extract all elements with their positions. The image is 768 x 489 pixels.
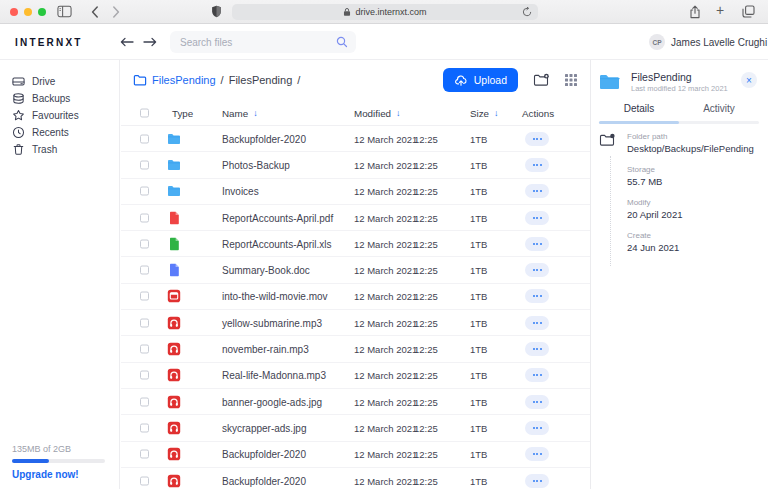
file-modified-date: 12 March 2021 (354, 370, 417, 381)
file-name[interactable]: Photos-Backup (222, 159, 290, 170)
browser-back-button[interactable] (91, 6, 99, 18)
upgrade-link[interactable]: Upgrade now! (12, 469, 105, 480)
table-row[interactable]: Backupfolder-2020 12 March 2021 12:25 1T… (121, 442, 590, 468)
row-checkbox[interactable] (140, 239, 149, 248)
column-type[interactable]: Type (172, 107, 193, 118)
browser-forward-button[interactable] (112, 6, 120, 18)
row-checkbox[interactable] (140, 345, 149, 354)
user-avatar[interactable]: CP (649, 34, 665, 50)
table-row[interactable]: Invoices 12 March 2021 12:25 1TB (121, 179, 590, 205)
folder-file-icon (167, 132, 181, 146)
file-name[interactable]: Invoices (222, 186, 259, 197)
file-modified-date: 12 March 2021 (354, 317, 417, 328)
new-folder-button[interactable] (533, 73, 550, 87)
file-modified-date: 12 March 2021 (354, 159, 417, 170)
sidebar-item-favourites[interactable]: Favourites (0, 107, 119, 124)
file-name[interactable]: Backupfolder-2020 (222, 133, 306, 144)
select-all-checkbox[interactable] (140, 108, 149, 117)
new-tab-button[interactable]: + (716, 2, 724, 18)
row-actions-button[interactable] (525, 184, 549, 198)
upload-button[interactable]: Upload (443, 68, 518, 92)
row-checkbox[interactable] (140, 266, 149, 275)
file-name[interactable]: skycrapper-ads.jpg (222, 422, 306, 433)
row-checkbox[interactable] (140, 213, 149, 222)
storage-widget: 135MB of 2GB Upgrade now! (12, 444, 105, 480)
row-actions-button[interactable] (525, 474, 549, 488)
row-checkbox[interactable] (140, 371, 149, 380)
file-name[interactable]: Backupfolder-2020 (222, 449, 306, 460)
table-row[interactable]: Real-life-Madonna.mp3 12 March 2021 12:2… (121, 363, 590, 389)
user-name[interactable]: James Lavelle Crughi (671, 37, 767, 48)
row-checkbox[interactable] (140, 423, 149, 432)
column-size[interactable]: Size↓ (470, 107, 499, 118)
sidebar-item-recents[interactable]: Recents (0, 124, 119, 141)
file-name[interactable]: yellow-submarine.mp3 (222, 317, 322, 328)
column-modified[interactable]: Modified↓ (354, 107, 401, 118)
row-actions-button[interactable] (525, 211, 549, 225)
table-row[interactable]: Summary-Book.doc 12 March 2021 12:25 1TB (121, 257, 590, 283)
refresh-button[interactable] (522, 7, 532, 17)
table-row[interactable]: Photos-Backup 12 March 2021 12:25 1TB (121, 152, 590, 178)
privacy-shield-icon[interactable] (211, 5, 222, 18)
sidebar-item-backups[interactable]: Backups (0, 90, 119, 107)
table-row[interactable]: Backupfolder-2020 12 March 2021 12:25 1T… (121, 126, 590, 152)
traffic-light-minimize[interactable] (24, 8, 32, 16)
table-row[interactable]: into-the-wild-movie.mov 12 March 2021 12… (121, 284, 590, 310)
search-input[interactable] (180, 31, 330, 53)
file-name[interactable]: ReportAccounts-April.xls (222, 238, 331, 249)
show-tabs-button[interactable] (742, 5, 755, 18)
table-row[interactable]: banner-google-ads.jpg 12 March 2021 12:2… (121, 389, 590, 415)
row-checkbox[interactable] (140, 318, 149, 327)
file-name[interactable]: Summary-Book.doc (222, 265, 310, 276)
sidebar-toggle-button[interactable] (57, 5, 72, 18)
file-name[interactable]: into-the-wild-movie.mov (222, 291, 328, 302)
movie-file-icon (167, 289, 181, 303)
sidebar-item-trash[interactable]: Trash (0, 141, 119, 158)
breadcrumb-current[interactable]: FilesPending (229, 74, 293, 86)
nav-forward-button[interactable] (143, 37, 157, 47)
table-row[interactable]: ReportAccounts-April.pdf 12 March 2021 1… (121, 205, 590, 231)
row-actions-button[interactable] (525, 421, 549, 435)
share-button[interactable] (689, 5, 701, 19)
close-details-button[interactable]: × (741, 72, 757, 88)
table-row[interactable]: Backupfolder-2020 12 March 2021 12:25 1T… (121, 468, 590, 489)
breadcrumb-root[interactable]: FilesPending (152, 74, 216, 86)
row-actions-button[interactable] (525, 395, 549, 409)
file-name[interactable]: banner-google-ads.jpg (222, 396, 322, 407)
row-checkbox[interactable] (140, 187, 149, 196)
tab-details[interactable]: Details (599, 103, 679, 114)
row-actions-button[interactable] (525, 316, 549, 330)
row-checkbox[interactable] (140, 397, 149, 406)
row-checkbox[interactable] (140, 476, 149, 485)
row-actions-button[interactable] (525, 263, 549, 277)
grid-view-button[interactable] (565, 74, 578, 87)
row-actions-button[interactable] (525, 132, 549, 146)
row-checkbox[interactable] (140, 134, 149, 143)
file-name[interactable]: Backupfolder-2020 (222, 475, 306, 486)
row-checkbox[interactable] (140, 450, 149, 459)
row-actions-button[interactable] (525, 368, 549, 382)
file-name[interactable]: november-rain.mp3 (222, 344, 309, 355)
row-actions-button[interactable] (525, 447, 549, 461)
sidebar-item-drive[interactable]: Drive (0, 73, 119, 90)
field-value: Desktop/Backups/FilePending (627, 143, 764, 154)
file-name[interactable]: Real-life-Madonna.mp3 (222, 370, 326, 381)
nav-back-button[interactable] (120, 37, 134, 47)
tab-activity[interactable]: Activity (679, 103, 759, 114)
table-row[interactable]: skycrapper-ads.jpg 12 March 2021 12:25 1… (121, 415, 590, 441)
row-actions-button[interactable] (525, 289, 549, 303)
table-row[interactable]: ReportAccounts-April.xls 12 March 2021 1… (121, 231, 590, 257)
row-checkbox[interactable] (140, 160, 149, 169)
traffic-light-zoom[interactable] (38, 8, 46, 16)
file-name[interactable]: ReportAccounts-April.pdf (222, 212, 333, 223)
row-actions-button[interactable] (525, 158, 549, 172)
table-row[interactable]: yellow-submarine.mp3 12 March 2021 12:25… (121, 310, 590, 336)
row-actions-button[interactable] (525, 237, 549, 251)
row-checkbox[interactable] (140, 292, 149, 301)
url-bar[interactable]: drive.internxt.com (232, 4, 538, 20)
traffic-light-close[interactable] (10, 8, 18, 16)
column-name[interactable]: Name↓ (222, 107, 258, 118)
folder-file-icon (167, 158, 181, 172)
row-actions-button[interactable] (525, 342, 549, 356)
table-row[interactable]: november-rain.mp3 12 March 2021 12:25 1T… (121, 336, 590, 362)
